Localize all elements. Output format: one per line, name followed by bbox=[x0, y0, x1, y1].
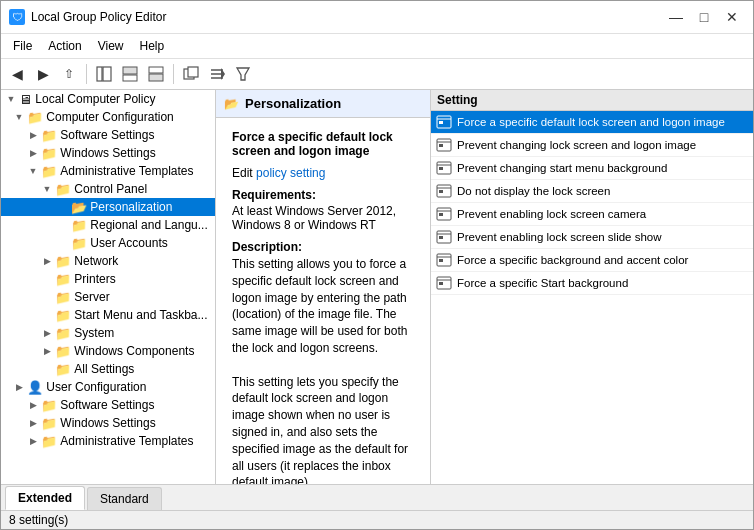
tree-label-cp: Control Panel bbox=[74, 182, 147, 196]
tree-item-software-settings[interactable]: ▶ 📁 Software Settings bbox=[1, 126, 215, 144]
tree-item-win-settings-user[interactable]: ▶ 📁 Windows Settings bbox=[1, 414, 215, 432]
requirements-label: Requirements: bbox=[232, 188, 414, 202]
tree-item-personalization[interactable]: 📂 Personalization bbox=[1, 198, 215, 216]
setting-row-5[interactable]: Prevent enabling lock screen camera bbox=[431, 203, 753, 226]
svg-rect-7 bbox=[188, 67, 198, 77]
menu-item-view[interactable]: View bbox=[90, 36, 132, 56]
description-label: Description: bbox=[232, 240, 414, 254]
tree-item-network[interactable]: ▶ 📁 Network bbox=[1, 252, 215, 270]
expand-sys[interactable]: ▶ bbox=[39, 325, 55, 341]
tree-label-sys: System bbox=[74, 326, 114, 340]
policy-setting-link[interactable]: policy setting bbox=[256, 166, 325, 180]
tree-item-control-panel[interactable]: ▼ 📁 Control Panel bbox=[1, 180, 215, 198]
tree-item-user-config[interactable]: ▶ 👤 User Configuration bbox=[1, 378, 215, 396]
tab-extended[interactable]: Extended bbox=[5, 486, 85, 510]
up-button[interactable]: ⇧ bbox=[57, 62, 81, 86]
expand-ss[interactable]: ▶ bbox=[25, 127, 41, 143]
filter-button[interactable] bbox=[231, 62, 255, 86]
status-bar: 8 setting(s) bbox=[1, 510, 753, 529]
setting-row-3[interactable]: Prevent changing start menu background bbox=[431, 157, 753, 180]
expand-icon[interactable]: ▼ bbox=[3, 91, 19, 107]
menu-item-help[interactable]: Help bbox=[132, 36, 173, 56]
upper-pane-button[interactable] bbox=[118, 62, 142, 86]
expand-reg bbox=[55, 217, 71, 233]
expand-ws[interactable]: ▶ bbox=[25, 145, 41, 161]
settings-panel: Setting Force a specific default lock sc… bbox=[431, 90, 753, 484]
show-hide-console-tree[interactable] bbox=[92, 62, 116, 86]
setting-label-6: Prevent enabling lock screen slide show bbox=[457, 231, 662, 243]
menu-bar: FileActionViewHelp bbox=[1, 34, 753, 59]
setting-row-4[interactable]: Do not display the lock screen bbox=[431, 180, 753, 203]
tree-panel: ▼ 🖥 Local Computer Policy ▼ 📁 Computer C… bbox=[1, 90, 216, 484]
tree-item-admin-templates[interactable]: ▼ 📁 Administrative Templates bbox=[1, 162, 215, 180]
expand-wc[interactable]: ▶ bbox=[39, 343, 55, 359]
tree-item-printers[interactable]: 📁 Printers bbox=[1, 270, 215, 288]
expand-icon-cc[interactable]: ▼ bbox=[11, 109, 27, 125]
expand-at[interactable]: ▼ bbox=[25, 163, 41, 179]
expand-swu[interactable]: ▶ bbox=[25, 397, 41, 413]
control-panel-icon: 📁 bbox=[55, 182, 71, 197]
title-bar: 🛡 Local Group Policy Editor — □ ✕ bbox=[1, 1, 753, 34]
setting-title: Force a specific default lock screen and… bbox=[224, 122, 422, 162]
svg-rect-33 bbox=[439, 259, 443, 262]
setting-icon-8 bbox=[435, 274, 453, 292]
customize-view-button[interactable] bbox=[205, 62, 229, 86]
expand-cp[interactable]: ▼ bbox=[39, 181, 55, 197]
edit-link-area: Edit policy setting bbox=[224, 162, 422, 184]
minimize-button[interactable]: — bbox=[663, 7, 689, 27]
tree-label-als: All Settings bbox=[74, 362, 134, 376]
setting-row-8[interactable]: Force a specific Start background bbox=[431, 272, 753, 295]
tree-item-windows-components[interactable]: ▶ 📁 Windows Components bbox=[1, 342, 215, 360]
tree-item-system[interactable]: ▶ 📁 System bbox=[1, 324, 215, 342]
setting-row-6[interactable]: Prevent enabling lock screen slide show bbox=[431, 226, 753, 249]
setting-label-7: Force a specific background and accent c… bbox=[457, 254, 688, 266]
close-button[interactable]: ✕ bbox=[719, 7, 745, 27]
tree-item-start-menu[interactable]: 📁 Start Menu and Taskba... bbox=[1, 306, 215, 324]
tree-item-admin-templates-user[interactable]: ▶ 📁 Administrative Templates bbox=[1, 432, 215, 450]
expand-wsu[interactable]: ▶ bbox=[25, 415, 41, 431]
setting-row-7[interactable]: Force a specific background and accent c… bbox=[431, 249, 753, 272]
tree-label-srv: Server bbox=[74, 290, 109, 304]
back-button[interactable]: ◀ bbox=[5, 62, 29, 86]
window-title: Local Group Policy Editor bbox=[31, 10, 166, 24]
tree-item-user-accounts[interactable]: 📁 User Accounts bbox=[1, 234, 215, 252]
tree-item-local-computer-policy[interactable]: ▼ 🖥 Local Computer Policy bbox=[1, 90, 215, 108]
lower-pane-button[interactable] bbox=[144, 62, 168, 86]
setting-label-4: Do not display the lock screen bbox=[457, 185, 610, 197]
panel-header: 📂 Personalization bbox=[216, 90, 430, 118]
tree-item-server[interactable]: 📁 Server bbox=[1, 288, 215, 306]
setting-row-2[interactable]: Prevent changing lock screen and logon i… bbox=[431, 134, 753, 157]
tab-standard[interactable]: Standard bbox=[87, 487, 162, 510]
setting-row-1[interactable]: Force a specific default lock screen and… bbox=[431, 111, 753, 134]
tree-item-windows-settings[interactable]: ▶ 📁 Windows Settings bbox=[1, 144, 215, 162]
settings-table: Force a specific default lock screen and… bbox=[431, 111, 753, 295]
menu-item-action[interactable]: Action bbox=[40, 36, 89, 56]
tree-label-ws: Windows Settings bbox=[60, 146, 155, 160]
maximize-button[interactable]: □ bbox=[691, 7, 717, 27]
tree-label-ss: Software Settings bbox=[60, 128, 154, 142]
forward-button[interactable]: ▶ bbox=[31, 62, 55, 86]
expand-pers bbox=[55, 199, 71, 215]
system-icon: 📁 bbox=[55, 326, 71, 341]
expand-uc[interactable]: ▶ bbox=[11, 379, 27, 395]
expand-net[interactable]: ▶ bbox=[39, 253, 55, 269]
admin-templates-icon: 📁 bbox=[41, 164, 57, 179]
tree-item-computer-config[interactable]: ▼ 📁 Computer Configuration bbox=[1, 108, 215, 126]
admin-templates-user-icon: 📁 bbox=[41, 434, 57, 449]
setting-label-3: Prevent changing start menu background bbox=[457, 162, 667, 174]
expand-srv bbox=[39, 289, 55, 305]
panel-header-title: Personalization bbox=[245, 96, 341, 111]
tree-item-sw-settings-user[interactable]: ▶ 📁 Software Settings bbox=[1, 396, 215, 414]
new-window-button[interactable] bbox=[179, 62, 203, 86]
tree-label-ua: User Accounts bbox=[90, 236, 167, 250]
menu-item-file[interactable]: File bbox=[5, 36, 40, 56]
expand-atu[interactable]: ▶ bbox=[25, 433, 41, 449]
svg-rect-5 bbox=[149, 74, 163, 81]
tree-item-regional[interactable]: 📁 Regional and Langu... bbox=[1, 216, 215, 234]
svg-rect-1 bbox=[103, 67, 111, 81]
tree-label-swu: Software Settings bbox=[60, 398, 154, 412]
software-settings-icon: 📁 bbox=[41, 128, 57, 143]
tree-item-all-settings[interactable]: 📁 All Settings bbox=[1, 360, 215, 378]
user-accounts-icon: 📁 bbox=[71, 236, 87, 251]
setting-icon-3 bbox=[435, 159, 453, 177]
